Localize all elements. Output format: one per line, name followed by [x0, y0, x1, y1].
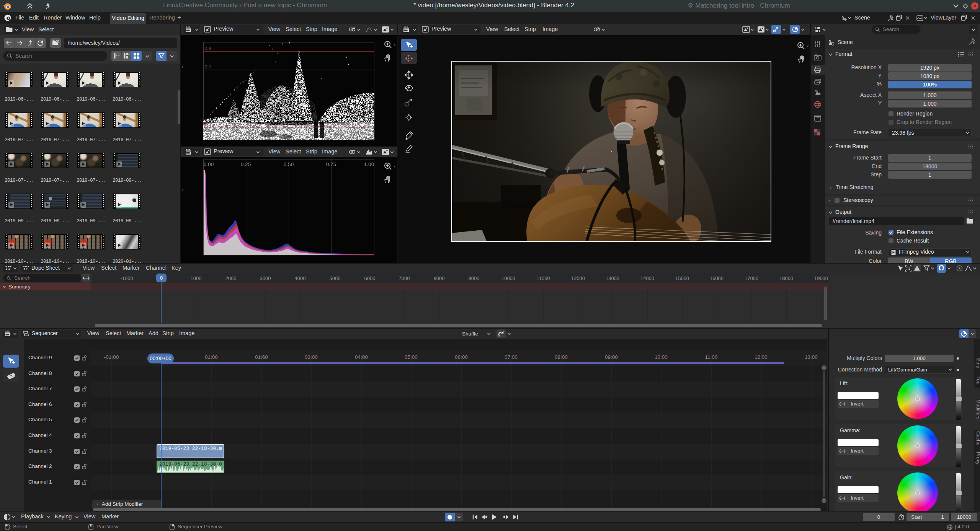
- svg-text:0.9: 0.9: [204, 46, 211, 51]
- svg-text:0.7: 0.7: [204, 64, 211, 70]
- svg-text:0.1: 0.1: [204, 121, 211, 127]
- svg-text:0.75: 0.75: [326, 161, 336, 167]
- svg-text:0.50: 0.50: [284, 161, 294, 167]
- svg-text:1.00: 1.00: [364, 161, 374, 167]
- svg-text:0.25: 0.25: [241, 161, 251, 167]
- svg-text:0.00: 0.00: [204, 161, 214, 167]
